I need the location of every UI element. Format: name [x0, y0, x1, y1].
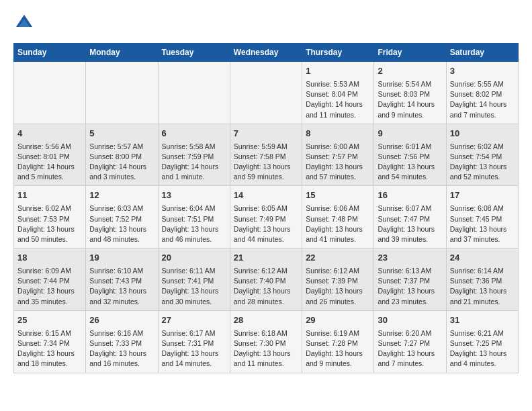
day-number: 11 — [17, 189, 82, 202]
cell-info: and 32 minutes. — [89, 297, 154, 307]
cell-info: Sunrise: 5:53 AM — [306, 79, 370, 89]
day-number: 23 — [378, 252, 442, 265]
day-number: 14 — [234, 189, 298, 202]
calendar-cell: 24Sunrise: 6:14 AMSunset: 7:36 PMDayligh… — [446, 248, 518, 311]
cell-info: Sunrise: 6:09 AM — [17, 266, 82, 276]
cell-info: Sunset: 7:30 PM — [234, 338, 298, 349]
cell-info: Daylight: 13 hours — [234, 162, 298, 172]
day-number: 19 — [89, 252, 154, 265]
cell-info: and 14 minutes. — [162, 359, 226, 369]
cell-info: Daylight: 14 hours — [306, 99, 370, 109]
calendar-cell: 20Sunrise: 6:11 AMSunset: 7:41 PMDayligh… — [158, 248, 230, 311]
cell-info: Sunrise: 6:08 AM — [450, 203, 515, 214]
header-row: SundayMondayTuesdayWednesdayThursdayFrid… — [14, 44, 519, 62]
cell-info: Daylight: 13 hours — [89, 224, 154, 234]
cell-info: Sunrise: 5:57 AM — [89, 142, 154, 152]
cell-info: Sunrise: 6:14 AM — [450, 266, 515, 276]
cell-info: Daylight: 13 hours — [450, 162, 515, 172]
calendar-cell: 11Sunrise: 6:02 AMSunset: 7:53 PMDayligh… — [14, 186, 86, 248]
cell-info: Sunrise: 6:17 AM — [162, 328, 226, 338]
cell-info: Daylight: 13 hours — [378, 224, 442, 234]
cell-info: Sunrise: 6:02 AM — [450, 142, 515, 152]
cell-info: and 21 minutes. — [450, 297, 515, 307]
cell-info: Daylight: 13 hours — [450, 286, 515, 296]
cell-info: Sunrise: 6:10 AM — [89, 266, 154, 276]
calendar-cell: 12Sunrise: 6:03 AMSunset: 7:52 PMDayligh… — [86, 186, 158, 248]
cell-info: Daylight: 13 hours — [162, 224, 226, 234]
calendar-week-row: 1Sunrise: 5:53 AMSunset: 8:04 PMDaylight… — [14, 62, 519, 124]
day-number: 9 — [378, 128, 442, 140]
calendar-cell: 8Sunrise: 6:00 AMSunset: 7:57 PMDaylight… — [302, 124, 374, 186]
cell-info: Sunrise: 6:15 AM — [17, 328, 82, 338]
cell-info: and 23 minutes. — [378, 297, 442, 307]
cell-info: Sunrise: 6:19 AM — [306, 328, 370, 338]
calendar-cell: 13Sunrise: 6:04 AMSunset: 7:51 PMDayligh… — [158, 186, 230, 248]
cell-info: Sunrise: 5:56 AM — [17, 142, 82, 152]
cell-info: Daylight: 13 hours — [378, 349, 442, 359]
cell-info: Daylight: 13 hours — [17, 286, 82, 296]
cell-info: Sunrise: 6:00 AM — [306, 142, 370, 152]
cell-info: Sunset: 7:28 PM — [306, 338, 370, 349]
weekday-header: Saturday — [446, 44, 518, 62]
calendar-cell — [158, 62, 230, 124]
cell-info: Sunrise: 5:58 AM — [162, 142, 226, 152]
cell-info: Sunrise: 6:21 AM — [450, 328, 515, 338]
cell-info: and 4 minutes. — [450, 359, 515, 369]
calendar-table: SundayMondayTuesdayWednesdayThursdayFrid… — [13, 43, 519, 373]
cell-info: Daylight: 14 hours — [89, 162, 154, 172]
cell-info: and 37 minutes. — [450, 234, 515, 244]
calendar-cell — [14, 62, 86, 124]
calendar-cell: 27Sunrise: 6:17 AMSunset: 7:31 PMDayligh… — [158, 310, 230, 373]
calendar-cell: 30Sunrise: 6:20 AMSunset: 7:27 PMDayligh… — [374, 310, 446, 373]
cell-info: Sunrise: 6:02 AM — [17, 203, 82, 214]
weekday-header: Monday — [86, 44, 158, 62]
cell-info: Daylight: 13 hours — [450, 224, 515, 234]
cell-info: Sunrise: 6:12 AM — [234, 266, 298, 276]
cell-info: Daylight: 13 hours — [234, 349, 298, 359]
day-number: 2 — [378, 65, 442, 78]
calendar-cell: 4Sunrise: 5:56 AMSunset: 8:01 PMDaylight… — [14, 124, 86, 186]
cell-info: Sunset: 7:54 PM — [450, 152, 515, 162]
cell-info: Sunrise: 6:16 AM — [89, 328, 154, 338]
cell-info: and 7 minutes. — [450, 110, 515, 120]
day-number: 1 — [306, 65, 370, 78]
cell-info: and 50 minutes. — [17, 234, 82, 244]
day-number: 31 — [450, 314, 515, 327]
calendar-cell: 19Sunrise: 6:10 AMSunset: 7:43 PMDayligh… — [86, 248, 158, 311]
cell-info: Sunset: 8:03 PM — [378, 89, 442, 99]
calendar-week-row: 25Sunrise: 6:15 AMSunset: 7:34 PMDayligh… — [14, 310, 519, 373]
cell-info: Sunset: 7:31 PM — [162, 338, 226, 349]
calendar-cell: 16Sunrise: 6:07 AMSunset: 7:47 PMDayligh… — [374, 186, 446, 248]
cell-info: Sunset: 7:49 PM — [234, 214, 298, 224]
day-number: 13 — [162, 189, 226, 202]
cell-info: Sunset: 7:45 PM — [450, 214, 515, 224]
calendar-cell: 1Sunrise: 5:53 AMSunset: 8:04 PMDaylight… — [302, 62, 374, 124]
cell-info: Sunset: 7:58 PM — [234, 152, 298, 162]
calendar-cell: 21Sunrise: 6:12 AMSunset: 7:40 PMDayligh… — [230, 248, 302, 311]
day-number: 4 — [17, 128, 82, 140]
cell-info: Sunset: 8:01 PM — [17, 152, 82, 162]
cell-info: and 11 minutes. — [234, 359, 298, 369]
day-number: 24 — [450, 252, 515, 265]
cell-info: and 1 minute. — [162, 172, 226, 182]
day-number: 25 — [17, 314, 82, 327]
cell-info: and 41 minutes. — [306, 234, 370, 244]
cell-info: and 48 minutes. — [89, 234, 154, 244]
day-number: 28 — [234, 314, 298, 327]
calendar-cell: 31Sunrise: 6:21 AMSunset: 7:25 PMDayligh… — [446, 310, 518, 373]
cell-info: Sunrise: 6:04 AM — [162, 203, 226, 214]
weekday-header: Thursday — [302, 44, 374, 62]
calendar-week-row: 18Sunrise: 6:09 AMSunset: 7:44 PMDayligh… — [14, 248, 519, 311]
day-number: 30 — [378, 314, 442, 327]
calendar-cell: 15Sunrise: 6:06 AMSunset: 7:48 PMDayligh… — [302, 186, 374, 248]
cell-info: Sunrise: 6:01 AM — [378, 142, 442, 152]
cell-info: and 39 minutes. — [378, 234, 442, 244]
cell-info: Daylight: 13 hours — [162, 349, 226, 359]
calendar-cell: 22Sunrise: 6:12 AMSunset: 7:39 PMDayligh… — [302, 248, 374, 311]
cell-info: and 46 minutes. — [162, 234, 226, 244]
calendar-cell: 7Sunrise: 5:59 AMSunset: 7:58 PMDaylight… — [230, 124, 302, 186]
cell-info: Sunset: 7:56 PM — [378, 152, 442, 162]
calendar-cell: 28Sunrise: 6:18 AMSunset: 7:30 PMDayligh… — [230, 310, 302, 373]
cell-info: Daylight: 13 hours — [450, 349, 515, 359]
logo-icon — [15, 13, 34, 32]
